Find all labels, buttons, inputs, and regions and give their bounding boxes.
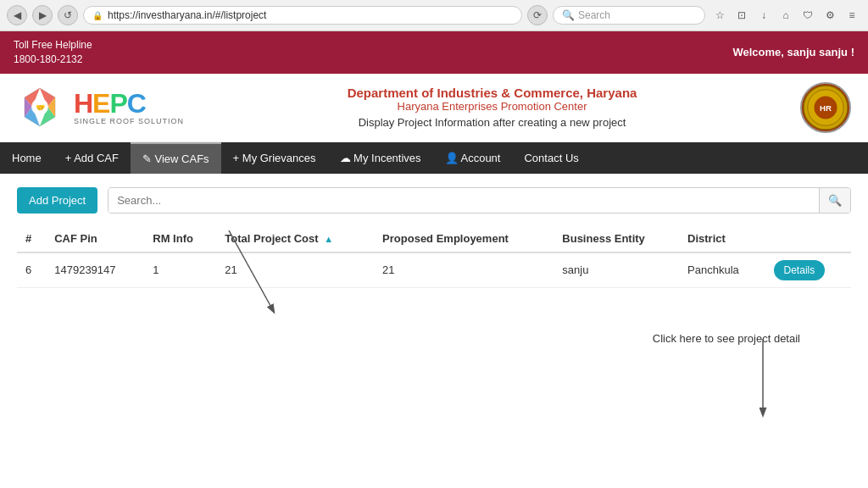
col-caf-pin: CAF Pin: [46, 225, 144, 252]
welcome-text: Welcome, sanju sanju !: [732, 46, 854, 58]
add-project-button[interactable]: Add Project: [17, 187, 97, 214]
table-header-row: # CAF Pin RM Info Total Project Cost ▲ P…: [17, 225, 851, 252]
star-icon[interactable]: ☆: [710, 6, 729, 25]
shield-icon[interactable]: 🛡: [798, 6, 817, 25]
details-button[interactable]: Details: [774, 260, 826, 280]
main-content: Add Project 🔍 # CAF Pin RM Info Total Pr…: [0, 174, 868, 359]
refresh-button[interactable]: ↺: [58, 5, 78, 25]
hepc-letters: HEPC: [74, 90, 184, 117]
browser-chrome: ◀ ▶ ↺ 🔒 https://investharyana.in/#/listp…: [0, 0, 868, 31]
hepc-text-block: HEPC SINGLE ROOF SOLUTION: [74, 90, 184, 125]
col-total-project-cost[interactable]: Total Project Cost ▲: [216, 225, 374, 252]
nav-my-grievances[interactable]: + My Grievances: [221, 142, 328, 174]
callout-section: Click here to see project detail: [17, 330, 851, 346]
single-roof-label: SINGLE ROOF SOLUTION: [74, 117, 184, 125]
browser-search-bar[interactable]: 🔍 Search: [553, 6, 705, 25]
svg-text:🤝: 🤝: [36, 103, 46, 113]
cell-num: 6: [17, 252, 46, 288]
page-wrapper: ◀ ▶ ↺ 🔒 https://investharyana.in/#/listp…: [0, 0, 868, 488]
col-num: #: [17, 225, 46, 252]
content-toolbar: Add Project 🔍: [17, 187, 851, 214]
lock-icon: 🔒: [92, 11, 103, 20]
letter-h: H: [74, 88, 92, 119]
helpline-section: Toll Free Helpline 1800-180-2132: [14, 38, 92, 67]
search-button[interactable]: 🔍: [819, 188, 850, 213]
home-nav-label: Home: [12, 152, 42, 164]
reload-icon[interactable]: ⟳: [527, 5, 548, 25]
center-sub: Haryana Enterprises Promotion Center: [184, 100, 800, 113]
state-emblem: HR: [800, 82, 851, 133]
nav-view-cafs[interactable]: ✎ View CAFs: [131, 142, 221, 174]
view-cafs-label: ✎ View CAFs: [142, 152, 209, 165]
search-icon-browser: 🔍: [562, 9, 575, 21]
cell-action: Details: [765, 252, 851, 288]
back-button[interactable]: ◀: [7, 5, 27, 25]
address-bar[interactable]: 🔒 https://investharyana.in/#/listproject: [83, 6, 522, 25]
nav-contact-us[interactable]: Contact Us: [512, 142, 590, 174]
project-annotation: Display Project Information after creati…: [184, 116, 800, 129]
extension-icon[interactable]: ⚙: [821, 6, 839, 25]
col-business-entity: Business Entity: [554, 225, 679, 252]
home-icon[interactable]: ⌂: [776, 6, 795, 25]
nav-home[interactable]: Home: [0, 142, 53, 174]
cell-rm-info: 1: [144, 252, 216, 288]
search-input[interactable]: [108, 188, 819, 213]
letter-c: C: [127, 88, 146, 119]
cell-caf-pin: 1479239147: [46, 252, 144, 288]
col-action: [765, 225, 851, 252]
navbar: Home + Add CAF ✎ View CAFs + My Grievanc…: [0, 142, 868, 174]
browser-search-placeholder: Search: [578, 9, 610, 21]
incentives-label: ☁ My Incentives: [340, 152, 421, 164]
helpline-number: 1800-180-2132: [14, 53, 92, 67]
forward-button[interactable]: ▶: [32, 5, 53, 25]
hepc-logo-icon: 🤝: [17, 84, 64, 130]
table-row: 6 1479239147 1 21 21 sanju Panchkula Det…: [17, 252, 851, 288]
download-icon[interactable]: ↓: [754, 6, 773, 25]
search-wrapper: 🔍: [108, 187, 851, 214]
browser-actions: ☆ ⊡ ↓ ⌂ 🛡 ⚙ ≡: [710, 6, 861, 25]
dept-name: Department of Industries & Commerce, Har…: [184, 86, 800, 100]
details-callout-text: Click here to see project detail: [653, 332, 800, 345]
cell-business-entity: sanju: [554, 252, 679, 288]
site-header: 🤝 HEPC SINGLE ROOF SOLUTION Department o…: [0, 74, 868, 142]
helpline-label: Toll Free Helpline: [14, 38, 92, 53]
url-text: https://investharyana.in/#/listproject: [108, 9, 266, 21]
col-rm-info: RM Info: [144, 225, 216, 252]
col-district: District: [679, 225, 765, 252]
reader-icon[interactable]: ⊡: [732, 6, 751, 25]
grievances-label: + My Grievances: [233, 152, 316, 164]
add-caf-label: + Add CAF: [65, 152, 119, 164]
letter-p: P: [109, 88, 126, 119]
col-proposed-employment: Proposed Employement: [374, 225, 554, 252]
menu-icon[interactable]: ≡: [843, 6, 861, 25]
svg-text:HR: HR: [820, 103, 832, 112]
project-table: # CAF Pin RM Info Total Project Cost ▲ P…: [17, 225, 851, 288]
cell-district: Panchkula: [679, 252, 765, 288]
cell-project-cost: 21: [216, 252, 374, 288]
cell-employment: 21: [374, 252, 554, 288]
logo-section: 🤝 HEPC SINGLE ROOF SOLUTION: [17, 84, 184, 130]
sort-arrow-icon: ▲: [324, 234, 333, 244]
nav-add-caf[interactable]: + Add CAF: [53, 142, 131, 174]
letter-e: E: [92, 88, 109, 119]
top-banner: Toll Free Helpline 1800-180-2132 Welcome…: [0, 31, 868, 74]
center-header: Department of Industries & Commerce, Har…: [184, 86, 800, 129]
account-label: 👤 Account: [445, 152, 501, 164]
nav-my-incentives[interactable]: ☁ My Incentives: [328, 142, 433, 174]
contact-us-label: Contact Us: [524, 152, 578, 164]
nav-account[interactable]: 👤 Account: [433, 142, 513, 174]
